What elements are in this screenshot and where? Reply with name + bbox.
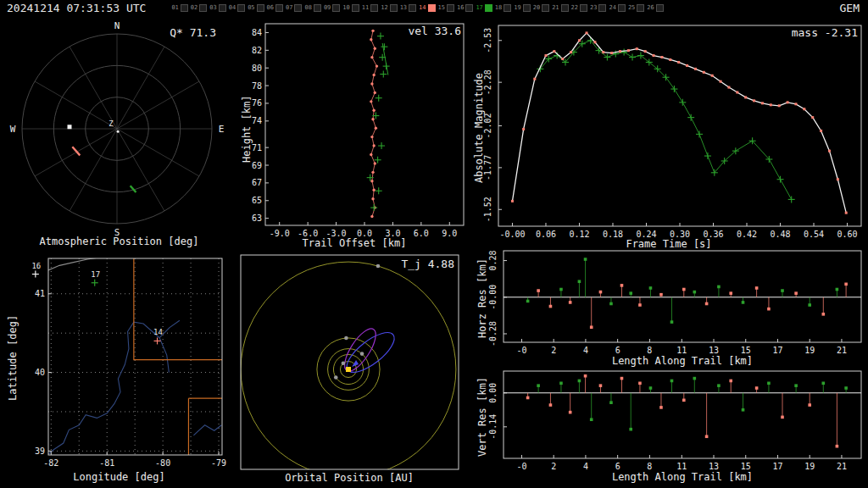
data-point [627, 49, 630, 52]
frame-cell-23[interactable]: 23 [590, 4, 606, 12]
frame-cell-25[interactable]: 25 [628, 4, 644, 12]
data-point [372, 144, 375, 147]
frame-cell-18[interactable]: 18 [495, 4, 511, 12]
frame-box[interactable] [181, 4, 188, 12]
frame-box[interactable] [656, 4, 664, 12]
frame-box[interactable] [428, 4, 436, 12]
frame-box[interactable] [409, 4, 416, 12]
frame-cell-20[interactable]: 20 [533, 4, 549, 12]
frame-cell-09[interactable]: 09 [324, 4, 340, 12]
data-point [644, 50, 647, 53]
frame-cell-06[interactable]: 06 [267, 4, 283, 12]
frame-cell-16[interactable]: 16 [457, 4, 473, 12]
data-point [374, 47, 376, 50]
frame-number: 13 [400, 5, 407, 11]
data-point [781, 416, 784, 419]
data-point [584, 258, 587, 261]
frame-cell-10[interactable]: 10 [342, 4, 359, 12]
frame-box[interactable] [332, 4, 340, 12]
data-point [370, 56, 373, 58]
frame-box[interactable] [390, 4, 398, 12]
data-point [599, 384, 603, 387]
data-point [526, 300, 530, 303]
frame-number: 03 [209, 5, 216, 11]
frame-cell-02[interactable]: 02 [191, 4, 207, 12]
data-point [609, 401, 613, 404]
frame-box[interactable] [637, 4, 644, 12]
frame-box[interactable] [542, 4, 549, 12]
panel-ground-map: -82-81-80-79394041161714 [31, 257, 226, 468]
frame-cell-21[interactable]: 21 [552, 4, 568, 12]
frame-box[interactable] [257, 4, 264, 12]
frame-cell-13[interactable]: 13 [400, 4, 416, 12]
data-point [727, 86, 730, 89]
frame-cell-07[interactable]: 07 [286, 4, 302, 12]
data-point [578, 39, 581, 42]
frame-box[interactable] [370, 4, 378, 12]
data-point [770, 103, 772, 106]
frame-box[interactable] [237, 4, 245, 12]
frame-box[interactable] [294, 4, 302, 12]
frame-cell-05[interactable]: 05 [248, 4, 264, 12]
frame-box[interactable] [580, 4, 587, 12]
frame-cell-24[interactable]: 24 [609, 4, 625, 12]
frame-cell-22[interactable]: 22 [571, 4, 587, 12]
data-point [370, 100, 372, 103]
tick-label: 65 [252, 196, 262, 205]
frame-cell-14[interactable]: 14 [419, 4, 435, 12]
frame-cell-03[interactable]: 03 [209, 4, 225, 12]
panel-trail-offset: -9.0-6.0-3.00.03.06.09.06365676971747678… [252, 24, 464, 238]
frame-cell-04[interactable]: 04 [229, 4, 245, 12]
tick-label: -0 [516, 462, 526, 471]
frame-cell-15[interactable]: 15 [438, 4, 454, 12]
frame-box[interactable] [465, 4, 473, 12]
frame-number: 24 [609, 5, 615, 11]
panel-orbital-position [241, 255, 459, 477]
horz-res-xlabel: Length Along Trail [km] [504, 355, 861, 367]
plot-frame [504, 371, 861, 458]
tick-label: 71 [252, 143, 262, 152]
data-point [693, 291, 697, 294]
frame-box[interactable] [598, 4, 606, 12]
data-point [522, 128, 525, 130]
frame-box[interactable] [219, 4, 226, 12]
data-point [371, 118, 374, 120]
absolute-magnitude-ylabel: Absolute Magnitude [473, 73, 485, 183]
frame-cell-11[interactable]: 11 [362, 4, 378, 12]
frame-box[interactable] [352, 4, 359, 12]
tick-label: 63 [252, 214, 262, 223]
frame-cell-08[interactable]: 08 [304, 4, 320, 12]
plot-frame [241, 255, 459, 469]
frame-box[interactable] [314, 4, 321, 12]
frame-cell-19[interactable]: 19 [514, 4, 530, 12]
data-point [693, 377, 697, 380]
frame-box[interactable] [199, 4, 207, 12]
data-point [561, 58, 564, 60]
tick-label: 13 [709, 346, 719, 355]
data-point [686, 64, 688, 67]
frame-cell-17[interactable]: 17 [476, 4, 492, 12]
frame-box[interactable] [504, 4, 511, 12]
data-point [370, 136, 373, 138]
planet-dot [344, 336, 348, 341]
frame-box[interactable] [523, 4, 531, 12]
data-point [753, 99, 755, 102]
frame-box[interactable] [447, 4, 454, 12]
tick-label: 13 [709, 462, 719, 471]
data-point [821, 382, 825, 385]
data-point [590, 325, 593, 329]
frame-cell-26[interactable]: 26 [647, 4, 663, 12]
frame-number: 11 [362, 5, 369, 11]
frame-box[interactable] [275, 4, 283, 12]
frame-box[interactable] [561, 4, 569, 12]
data-point [370, 82, 373, 85]
frame-box[interactable] [618, 4, 626, 12]
frame-box[interactable] [485, 4, 492, 12]
frame-cell-12[interactable]: 12 [381, 4, 397, 12]
tick-label: 8 [647, 462, 652, 471]
data-point [569, 301, 572, 304]
data-point [821, 313, 825, 316]
velocity-annotation: vel 33.6 [341, 25, 461, 37]
tick-label: 41 [35, 289, 45, 298]
frame-cell-01[interactable]: 01 [171, 4, 187, 12]
